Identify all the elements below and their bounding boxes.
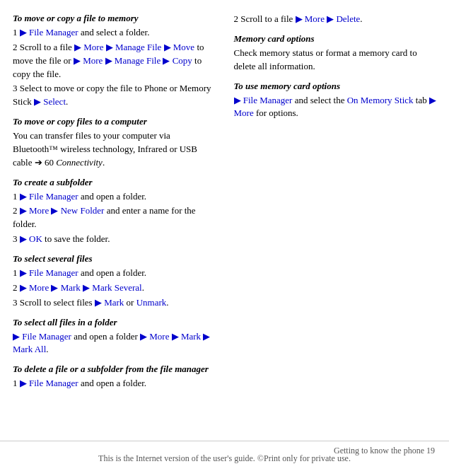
use-memory-text-a: and select the xyxy=(292,95,346,105)
step-3-1: ▶ File Manager and open a folder. xyxy=(13,190,216,204)
on-memory-stick-link[interactable]: On Memory Stick xyxy=(347,95,414,105)
footer: Getting to know the phone 19 This is the… xyxy=(0,441,449,476)
page-content: To move or copy a file to memory ▶ File … xyxy=(0,0,449,434)
footer-page-info: Getting to know the phone 19 xyxy=(334,446,435,456)
step-4-1-text: and open a folder. xyxy=(78,267,146,278)
file-manager-link-3-1[interactable]: ▶ File Manager xyxy=(20,191,78,202)
step-4-3-text-c: . xyxy=(166,297,168,308)
more-link-5[interactable]: ▶ More xyxy=(140,331,169,342)
section-move-copy-computer: To move or copy files to a computer You … xyxy=(13,116,216,170)
section-use-memory: To use memory card options ▶ File Manage… xyxy=(234,81,437,121)
step-6-1: ▶ File Manager and open a folder. xyxy=(13,377,216,390)
left-column: To move or copy a file to memory ▶ File … xyxy=(13,13,221,391)
right-step2-num: 2 xyxy=(234,13,241,24)
unmark-link[interactable]: Unmark xyxy=(136,297,167,308)
delete-link[interactable]: ▶ Delete xyxy=(327,13,360,24)
section-delete-file: To delete a file or a subfolder from the… xyxy=(13,364,216,390)
section-select-all: To select all files in a folder ▶ File M… xyxy=(13,317,216,357)
step-4-2-text: . xyxy=(142,282,144,293)
step-1-1: ▶ File Manager and select a folder. xyxy=(13,26,216,40)
ok-link[interactable]: ▶ OK xyxy=(20,233,42,244)
mark-several-link[interactable]: ▶ Mark Several xyxy=(83,282,142,293)
section-move-copy-memory: To move or copy a file to memory ▶ File … xyxy=(13,13,216,109)
use-memory-text-b: tab xyxy=(414,95,429,105)
section-right-step2: 2 Scroll to a file ▶ More ▶ Delete. xyxy=(234,13,437,26)
section-5-text-a: and open a folder xyxy=(71,331,140,342)
more-link-r2[interactable]: ▶ More xyxy=(296,13,325,24)
steps-list-4: ▶ File Manager and open a folder. ▶ More… xyxy=(13,267,216,310)
step-3-2: ▶ More ▶ New Folder and enter a name for… xyxy=(13,204,216,231)
section-heading-3: To create a subfolder xyxy=(13,177,216,188)
mark-link-5[interactable]: ▶ Mark xyxy=(172,331,201,342)
mark-link-4-3[interactable]: ▶ Mark xyxy=(95,297,124,308)
steps-list-6: ▶ File Manager and open a folder. xyxy=(13,377,216,390)
step-4-3-text-a: Scroll to select files xyxy=(20,297,95,308)
manage-file-link-1[interactable]: ▶ Manage File xyxy=(106,42,162,52)
section-memory-options: Memory card options Check memory status … xyxy=(234,33,437,74)
step-1-3-text-b: . xyxy=(66,96,68,107)
step-4-3-text-b: or xyxy=(124,297,136,308)
section-heading-6: To delete a file or a subfolder from the… xyxy=(13,364,216,375)
step-3-1-text: and open a folder. xyxy=(78,191,146,202)
section-heading-4: To select several files xyxy=(13,253,216,265)
section-5-body: ▶ File Manager and open a folder ▶ More … xyxy=(13,330,216,357)
file-manager-link-6-1[interactable]: ▶ File Manager xyxy=(20,378,78,388)
section-heading-use-memory: To use memory card options xyxy=(234,81,437,92)
section-create-subfolder: To create a subfolder ▶ File Manager and… xyxy=(13,177,216,246)
file-manager-link-1[interactable]: ▶ File Manager xyxy=(20,27,78,37)
more-link-4[interactable]: ▶ More xyxy=(20,282,49,293)
step-1-2-text-a: Scroll to a file xyxy=(20,42,74,52)
step-1-1-text: and select a folder. xyxy=(78,27,150,37)
copy-link-1[interactable]: ▶ Copy xyxy=(163,55,192,66)
more-link-3[interactable]: ▶ More xyxy=(20,205,49,216)
section-2-body: You can transfer files to your computer … xyxy=(13,129,216,170)
more-link-1[interactable]: ▶ More xyxy=(74,42,103,52)
step-4-3: Scroll to select files ▶ Mark or Unmark. xyxy=(13,296,216,310)
new-folder-link[interactable]: ▶ New Folder xyxy=(51,205,104,216)
section-5-text-b: . xyxy=(46,344,48,354)
move-link-1[interactable]: ▶ Move xyxy=(164,42,195,52)
steps-list-3: ▶ File Manager and open a folder. ▶ More… xyxy=(13,190,216,246)
select-link-1[interactable]: ▶ Select xyxy=(34,96,66,107)
step-3-3: ▶ OK to save the folder. xyxy=(13,233,216,246)
file-manager-link-r[interactable]: ▶ File Manager xyxy=(234,95,293,105)
right-step2-body: 2 Scroll to a file ▶ More ▶ Delete. xyxy=(234,13,437,26)
section-heading-1: To move or copy a file to memory xyxy=(13,13,216,24)
right-step2-text-b: . xyxy=(360,13,362,24)
step-1-3: Select to move or copy the file to Phone… xyxy=(13,82,216,109)
manage-file-link-2[interactable]: ▶ Manage File xyxy=(105,55,161,66)
memory-options-body: Check memory status or format a memory c… xyxy=(234,47,437,74)
section-heading-5: To select all files in a folder xyxy=(13,317,216,328)
section-heading-memory: Memory card options xyxy=(234,33,437,45)
step-4-1: ▶ File Manager and open a folder. xyxy=(13,267,216,280)
step-3-3-text: to save the folder. xyxy=(42,233,110,244)
section-heading-2: To move or copy files to a computer xyxy=(13,116,216,127)
use-memory-body: ▶ File Manager and select the On Memory … xyxy=(234,94,437,121)
mark-link-4[interactable]: ▶ Mark xyxy=(51,282,80,293)
steps-list-1: ▶ File Manager and select a folder. Scro… xyxy=(13,26,216,109)
more-link-2[interactable]: ▶ More xyxy=(74,55,103,66)
step-6-1-text: and open a folder. xyxy=(78,378,146,388)
right-column: 2 Scroll to a file ▶ More ▶ Delete. Memo… xyxy=(228,13,437,391)
step-4-2: ▶ More ▶ Mark ▶ Mark Several. xyxy=(13,281,216,295)
section-select-several: To select several files ▶ File Manager a… xyxy=(13,253,216,310)
footer-copyright: This is the Internet version of the user… xyxy=(98,453,351,464)
use-memory-text-c: for options. xyxy=(254,108,298,118)
file-manager-link-5[interactable]: ▶ File Manager xyxy=(13,331,71,342)
file-manager-link-4-1[interactable]: ▶ File Manager xyxy=(20,267,78,278)
right-step2-text-a: Scroll to a file xyxy=(240,13,295,24)
step-1-2: Scroll to a file ▶ More ▶ Manage File ▶ … xyxy=(13,41,216,81)
